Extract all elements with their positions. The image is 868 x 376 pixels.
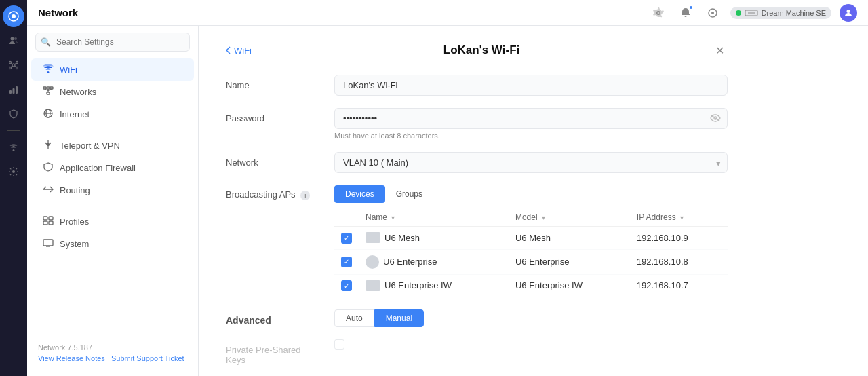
sidebar-item-profiles[interactable]: Profiles — [31, 210, 194, 233]
row-3-ip: 192.168.10.7 — [630, 274, 728, 297]
svg-line-11 — [11, 66, 12, 67]
sidebar-item-profiles-label: Profiles — [60, 217, 89, 227]
auto-toggle-btn[interactable]: Auto — [334, 309, 374, 327]
broadcasting-content: Devices Groups Name ▾ Model — [334, 185, 728, 297]
model-sort-icon: ▾ — [542, 214, 545, 221]
svg-point-16 — [12, 170, 15, 173]
sidebar-item-internet-label: Internet — [60, 109, 90, 119]
name-input[interactable] — [334, 75, 728, 96]
close-button[interactable]: ✕ — [711, 42, 728, 58]
nav-topology[interactable] — [3, 54, 24, 76]
nav-home[interactable] — [3, 5, 24, 27]
release-notes-link[interactable]: View Release Notes — [38, 354, 105, 362]
row-2-checkbox[interactable] — [341, 257, 352, 267]
svg-rect-13 — [9, 90, 12, 94]
internet-icon — [42, 109, 54, 120]
network-label: Network — [226, 152, 321, 168]
row-2-ip: 192.168.10.8 — [630, 249, 728, 274]
toggle-password-icon[interactable] — [710, 113, 721, 124]
table-row: U6 Enterprise IW U6 Enterprise IW 192.16… — [334, 274, 728, 297]
svg-rect-17 — [43, 87, 46, 89]
table-header-model[interactable]: Model ▾ — [509, 208, 630, 227]
user-avatar[interactable] — [840, 4, 857, 22]
version-text: Network 7.5.187 — [38, 343, 187, 352]
system-icon — [42, 238, 54, 250]
nav-clients[interactable] — [3, 30, 24, 52]
broadcasting-row: Broadcasting APs i Devices Groups Name ▾ — [226, 185, 728, 297]
table-header-name[interactable]: Name ▾ — [359, 208, 509, 227]
search-input[interactable] — [35, 33, 190, 52]
password-row: Password Must have at least 8 characters… — [226, 108, 728, 140]
back-button[interactable]: WiFi — [226, 45, 252, 56]
row-1-model: U6 Mesh — [509, 227, 630, 250]
row-1-checkbox[interactable] — [341, 233, 352, 244]
broadcasting-info-icon[interactable]: i — [300, 191, 310, 200]
device-icon-enterprise — [366, 255, 379, 269]
sidebar-item-internet[interactable]: Internet — [31, 103, 194, 126]
svg-point-2 — [11, 37, 14, 41]
nav-wifi[interactable] — [3, 136, 24, 158]
private-psk-label: Private Pre-Shared Keys — [226, 339, 321, 365]
row-3-checkbox[interactable] — [341, 280, 352, 291]
sidebar-item-firewall-label: Application Firewall — [60, 163, 136, 173]
table-header-checkbox — [334, 208, 359, 227]
advanced-toggle-wrapper: Auto Manual — [334, 309, 728, 327]
nav-divider-1 — [7, 130, 20, 131]
svg-point-7 — [9, 67, 12, 69]
svg-line-10 — [15, 63, 16, 64]
sidebar-item-teleport-label: Teleport & VPN — [60, 140, 120, 151]
device-badge[interactable]: Dream Machine SE — [730, 7, 831, 19]
svg-point-27 — [47, 144, 50, 146]
advanced-toggle-group: Auto Manual — [334, 309, 728, 327]
sidebar-item-wifi[interactable]: WiFi — [31, 58, 194, 81]
sidebar-item-teleport[interactable]: Teleport & VPN — [31, 134, 194, 157]
svg-rect-29 — [49, 217, 53, 220]
nav-stats[interactable] — [3, 79, 24, 100]
devices-tab[interactable]: Devices — [334, 185, 385, 203]
panel-title: LoKan's Wi-Fi — [252, 43, 711, 57]
support-ticket-link[interactable]: Submit Support Ticket — [111, 354, 184, 362]
networks-icon — [42, 86, 54, 98]
private-psk-checkbox[interactable] — [334, 339, 344, 350]
header-right: Dream Machine SE — [649, 3, 857, 22]
password-field-wrapper: Must have at least 8 characters. — [334, 108, 728, 140]
row-1-name-cell: U6 Mesh — [366, 232, 502, 243]
nav-settings[interactable] — [3, 161, 24, 183]
private-psk-row: Private Pre-Shared Keys — [226, 339, 728, 365]
svg-line-9 — [11, 63, 12, 64]
advanced-label: Advanced — [226, 309, 321, 326]
sidebar-item-system[interactable]: System — [31, 233, 194, 255]
sidebar-item-wifi-label: WiFi — [60, 64, 77, 75]
main-panel: WiFi LoKan's Wi-Fi ✕ Name Password — [199, 26, 755, 376]
sidebar-item-networks[interactable]: Networks — [31, 81, 194, 103]
nav-security[interactable] — [3, 103, 24, 125]
svg-rect-28 — [43, 217, 47, 220]
settings-icon-btn[interactable] — [649, 3, 668, 22]
table-row: U6 Mesh U6 Mesh 192.168.10.9 — [334, 227, 728, 250]
sidebar-item-routing-label: Routing — [60, 185, 90, 195]
upgrade-icon-btn[interactable] — [703, 3, 722, 22]
notification-dot — [688, 5, 694, 10]
network-select-wrapper: VLAN 10 ( Main) ▾ — [334, 152, 728, 173]
network-row: Network VLAN 10 ( Main) ▾ — [226, 152, 728, 173]
manual-toggle-btn[interactable]: Manual — [374, 309, 424, 327]
sidebar-divider-1 — [35, 130, 190, 130]
private-psk-control — [334, 339, 728, 352]
wifi-icon — [42, 64, 54, 75]
svg-point-5 — [9, 62, 12, 64]
main-content: WiFi LoKan's Wi-Fi ✕ Name Password — [199, 26, 868, 376]
svg-point-6 — [16, 62, 18, 64]
name-sort-icon: ▾ — [391, 214, 395, 221]
password-input[interactable] — [334, 108, 728, 129]
groups-tab[interactable]: Groups — [385, 185, 433, 203]
sidebar-item-firewall[interactable]: Application Firewall — [31, 157, 194, 179]
row-3-model: U6 Enterprise IW — [509, 274, 630, 297]
notification-icon-btn[interactable] — [676, 3, 695, 22]
broadcasting-label: Broadcasting APs i — [226, 185, 321, 200]
network-select[interactable]: VLAN 10 ( Main) — [334, 152, 728, 173]
sidebar-item-routing[interactable]: Routing — [31, 179, 194, 202]
table-header-ip[interactable]: IP Address ▾ — [630, 208, 728, 227]
ip-sort-icon: ▾ — [680, 214, 684, 221]
row-1-ip: 192.168.10.9 — [630, 227, 728, 250]
icon-nav — [0, 0, 27, 376]
